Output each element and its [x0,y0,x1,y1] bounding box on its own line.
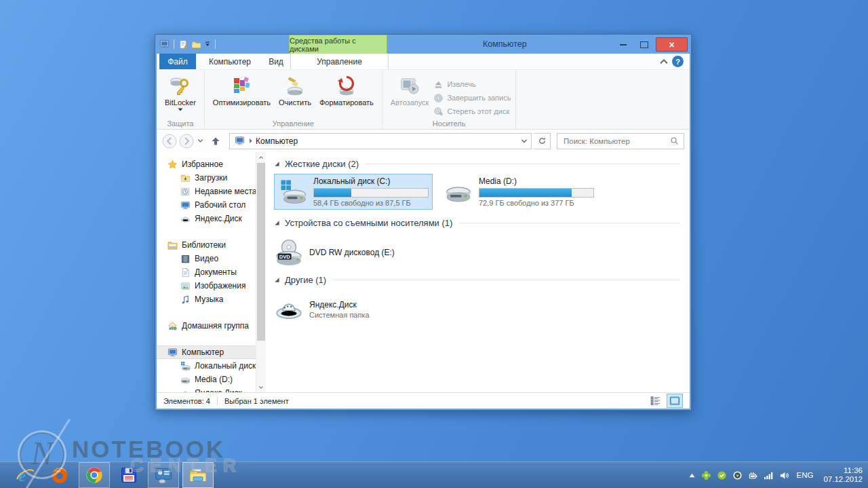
sidebar-item[interactable]: Media (D:) [157,373,256,386]
tab-manage[interactable]: Управление [290,54,389,69]
cleanup-button[interactable]: Очистить [275,73,315,108]
tray-flower-icon[interactable] [701,470,711,481]
group-header[interactable]: Жесткие диски (2) [274,159,680,169]
sidebar-item[interactable]: Библиотеки [157,238,256,252]
file-explorer-taskbar-button[interactable] [182,462,214,488]
tab-computer[interactable]: Компьютер [199,54,261,69]
group-header-rule [459,223,680,223]
desktop: Средства работы с дисками Компьютер × Фа… [0,0,868,488]
format-icon [336,75,357,96]
search-input[interactable] [562,136,670,146]
sidebar-item[interactable]: Документы [157,265,256,279]
sidebar-item[interactable]: Изображения [157,279,256,293]
sidebar-item[interactable]: Локальный диск (C:) [157,359,256,373]
tray-volume-icon[interactable] [779,470,789,481]
drive-item[interactable]: Media (D:)72,9 ГБ свободно из 377 ГБ [439,174,598,210]
dropdown-arrow-icon [178,108,183,111]
drive-free-space: 72,9 ГБ свободно из 377 ГБ [479,199,594,207]
drive-info: Локальный диск (C:)58,4 ГБ свободно из 8… [313,176,429,207]
sidebar-item[interactable]: Яндекс.Диск [157,212,256,225]
minimize-ribbon-chevron-icon[interactable] [659,57,669,66]
maximize-button[interactable] [635,38,654,51]
up-button[interactable] [210,136,221,147]
sidebar-item[interactable]: Домашняя группа [157,319,256,333]
defrag-icon [231,75,252,96]
sidebar-item[interactable]: Видео [157,252,256,265]
display-settings-taskbar-button[interactable] [148,462,179,488]
collapse-triangle-icon[interactable] [274,220,280,226]
language-indicator[interactable]: ENG [797,471,814,479]
documents-icon [180,267,191,278]
properties-icon[interactable] [178,39,189,50]
chrome-taskbar-button[interactable] [79,462,110,488]
details-view-button[interactable] [648,394,664,408]
internet-explorer-taskbar-button[interactable]: e [9,462,41,488]
search-box[interactable] [557,133,684,149]
sidebar-item[interactable]: Загрузки [157,171,256,185]
eject-button[interactable]: Извлечь [433,77,511,91]
sidebar-item[interactable]: Музыка [157,293,256,306]
group-header[interactable]: Устройства со съемными носителями (1) [274,218,680,228]
device-item[interactable]: DVDDVD RW дисковод (E:) [274,238,395,267]
contextual-tab-header[interactable]: Средства работы с дисками [289,35,387,54]
scrollbar-thumb[interactable] [257,163,265,341]
sidebar-item[interactable]: Компьютер [157,345,256,359]
close-button[interactable]: × [656,37,688,52]
drive-item[interactable]: Локальный диск (C:)58,4 ГБ свободно из 8… [274,174,433,210]
floppy-app-taskbar-button[interactable] [113,462,144,488]
tray-round-icon[interactable] [732,470,743,481]
tray-power-icon[interactable] [748,470,758,481]
back-button[interactable] [162,134,177,149]
minimize-button[interactable] [614,38,633,51]
group-title: Устройства со съемными носителями (1) [285,218,452,228]
scroll-up-arrow-icon[interactable] [256,152,266,162]
sidebar-item[interactable]: Рабочий стол [157,198,256,212]
tray-network-icon[interactable] [764,470,774,481]
format-button[interactable]: Форматировать [316,73,377,108]
firefox-taskbar-button[interactable] [44,462,75,488]
tab-file[interactable]: Файл [159,54,196,69]
collapse-triangle-icon[interactable] [274,277,280,283]
sidebar-item[interactable]: Яндекс.Диск [157,386,256,392]
sidebar-item[interactable]: Избранное [157,157,256,171]
folder-item[interactable]: Яндекс.ДискСистемная папка [274,295,370,324]
tab-view[interactable]: Вид [261,54,291,69]
watermark-text: NOTEBOOK CENTER [72,437,225,461]
large-icons-view-button[interactable] [667,394,683,408]
optimize-button[interactable]: Оптимизировать [210,73,274,108]
sidebar-scrollbar[interactable] [256,152,266,392]
address-bar[interactable]: Компьютер [229,133,532,149]
help-button[interactable]: ? [672,56,684,67]
autoplay-label: Автозапуск [391,98,429,107]
forward-button[interactable] [179,134,194,149]
drive-info: Media (D:)72,9 ГБ свободно из 377 ГБ [479,176,594,207]
tray-chevron-icon[interactable] [688,472,696,478]
explorer-window-icon [159,39,170,50]
format-label: Форматировать [319,98,374,107]
folder-info: Яндекс.ДискСистемная папка [309,300,370,319]
ribbon-group-media: Автозапуск Извлечь Завершить запись [382,70,517,129]
optimize-label: Оптимизировать [213,98,271,107]
tray-check-icon[interactable] [717,470,727,481]
refresh-button[interactable] [534,133,551,149]
ribbon-tab-row: Файл Компьютер Вид Управление ? [157,54,690,69]
group-header[interactable]: Другие (1) [274,275,680,285]
hdd-windows-icon [278,179,308,206]
history-chevron-icon[interactable] [197,138,203,144]
taskbar-clock[interactable]: 11:36 07.12.2012 [823,466,863,484]
sidebar-item[interactable]: Недавние места [157,185,256,198]
titlebar[interactable]: Средства работы с дисками Компьютер × [155,35,691,54]
hdd-icon [443,179,473,206]
qat-customize-chevron-icon[interactable] [204,41,211,47]
collapse-triangle-icon[interactable] [274,161,280,167]
finish-burning-button[interactable]: Завершить запись [433,91,511,105]
breadcrumb[interactable]: Компьютер [256,136,298,146]
autoplay-button[interactable]: Автозапуск [387,73,433,108]
scroll-down-arrow-icon[interactable] [256,382,266,392]
window-body: ИзбранноеЗагрузкиНедавние местаРабочий с… [157,152,690,392]
address-dropdown-chevron-icon[interactable] [521,138,528,144]
bitlocker-button[interactable]: BitLocker [161,73,199,113]
erase-disc-button[interactable]: Стереть этот диск [433,105,511,118]
ie-icon: e [16,466,35,485]
new-folder-icon[interactable] [191,39,201,50]
